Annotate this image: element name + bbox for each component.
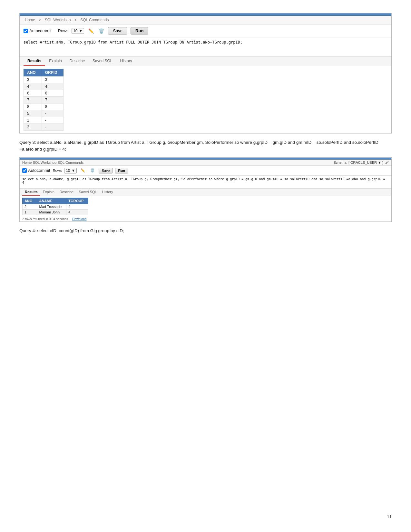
schema-value: [ ORACLE_USER ▼ ] bbox=[348, 161, 383, 164]
tab-saved-sql-1[interactable]: Saved SQL bbox=[89, 57, 116, 66]
tab-explain-2[interactable]: Explain bbox=[40, 189, 57, 196]
breadcrumb-sep2: > bbox=[74, 18, 77, 22]
prose-2: Query 4: select cID, count(gID) from Gig… bbox=[19, 228, 392, 234]
tab-history-1[interactable]: History bbox=[116, 57, 136, 66]
tab-results-1[interactable]: Results bbox=[24, 57, 45, 66]
table-row: 44 bbox=[24, 83, 64, 90]
panel-topbar-1 bbox=[20, 13, 391, 16]
col-ano: ANO bbox=[24, 69, 42, 76]
row-count-text: 2 rows returned in 0.04 seconds bbox=[22, 217, 68, 221]
autocommit-label-2[interactable]: Autocommit bbox=[22, 168, 50, 173]
sql-editor-2[interactable]: select a.aNo, a.aName, g.grpID as TGroup… bbox=[20, 176, 391, 189]
download-link[interactable]: Download bbox=[72, 217, 86, 221]
run-button-2[interactable]: Run bbox=[115, 168, 128, 173]
schema-info: Schema [ ORACLE_USER ▼ ] 🖊 bbox=[334, 161, 389, 164]
schema-icon[interactable]: 🖊 bbox=[385, 161, 389, 164]
breadcrumb-workshop[interactable]: SQL Workshop bbox=[45, 18, 71, 22]
table-row: 77 bbox=[24, 97, 64, 103]
toolbar-2: Autocommit Rows 10 ▼ ✏️ 🗑️ Save Run bbox=[20, 166, 391, 176]
tab-saved-sql-2[interactable]: Saved SQL bbox=[76, 189, 99, 196]
rows-select[interactable]: 10 ▼ bbox=[72, 28, 84, 34]
table-row: 88 bbox=[24, 103, 64, 110]
rows-select-2[interactable]: 10 ▼ bbox=[64, 168, 77, 173]
breadcrumb-sep1: > bbox=[39, 18, 41, 22]
results-table-1: ANO GRPID 33446677885-1-2- bbox=[24, 69, 64, 131]
rows-label: Rows bbox=[58, 28, 69, 33]
sql-text-1: select Artist.aNo, TGroup.grpID from Art… bbox=[24, 40, 242, 44]
rows-label-2: Rows bbox=[53, 169, 62, 172]
results-container-1: ANO GRPID 33446677885-1-2- bbox=[20, 66, 391, 133]
breadcrumb-2: Home SQL Workshop SQL Commands bbox=[22, 161, 83, 164]
table-row: 1- bbox=[24, 117, 64, 124]
sql-text-2: select a.aNo, a.aName, g.grpID as TGroup… bbox=[22, 177, 385, 184]
prose-text-2: Query 4: select cID, count(gID) from Gig… bbox=[19, 228, 124, 233]
table-row: 33 bbox=[24, 76, 64, 83]
prose-text-1: Query 3: select a.aNo, a.aName, g.grpID … bbox=[19, 140, 378, 152]
results-container-2: ANO ANAME TGROUP 2Mad Trussade41Mariam J… bbox=[20, 196, 391, 217]
run-button[interactable]: Run bbox=[131, 27, 148, 34]
tabs-1: Results Explain Describe Saved SQL Histo… bbox=[20, 57, 391, 66]
edit-icon-2[interactable]: ✏️ bbox=[79, 167, 86, 174]
table-row: 5- bbox=[24, 110, 64, 117]
tab-describe-1[interactable]: Describe bbox=[66, 57, 89, 66]
prose-1: Query 3: select a.aNo, a.aName, g.grpID … bbox=[19, 139, 392, 153]
autocommit-checkbox-2[interactable] bbox=[22, 168, 27, 173]
table-row: 2- bbox=[24, 124, 64, 131]
rows-dropdown-icon-2[interactable]: ▼ bbox=[72, 168, 75, 173]
tab-results-2[interactable]: Results bbox=[22, 189, 40, 196]
autocommit-checkbox[interactable] bbox=[24, 29, 28, 33]
tabs-2: Results Explain Describe Saved SQL Histo… bbox=[20, 189, 391, 196]
save-button-2[interactable]: Save bbox=[99, 168, 113, 173]
col2-aname: ANAME bbox=[37, 198, 66, 204]
header-2: Home SQL Workshop SQL Commands Schema [ … bbox=[20, 160, 391, 166]
breadcrumb-commands[interactable]: SQL Commands bbox=[80, 18, 109, 22]
panel-1: Home > SQL Workshop > SQL Commands Autoc… bbox=[19, 13, 392, 133]
autocommit-label[interactable]: Autocommit bbox=[24, 28, 52, 33]
tab-describe-2[interactable]: Describe bbox=[57, 189, 76, 196]
rows-value: 10 bbox=[73, 29, 77, 33]
table-row: 1Mariam John4 bbox=[23, 209, 88, 215]
toolbar-1: Autocommit Rows 10 ▼ ✏️ 🗑️ Save Run bbox=[20, 25, 391, 37]
clear-icon[interactable]: 🗑️ bbox=[98, 27, 105, 34]
table-row: 66 bbox=[24, 90, 64, 97]
autocommit-text: Autocommit bbox=[29, 28, 52, 33]
col2-ano: ANO bbox=[23, 198, 37, 204]
col2-tgroup: TGROUP bbox=[66, 198, 88, 204]
breadcrumb-2-text: Home SQL Workshop SQL Commands bbox=[22, 161, 83, 164]
edit-icon[interactable]: ✏️ bbox=[87, 27, 94, 34]
panel-2: Home SQL Workshop SQL Commands Schema [ … bbox=[19, 157, 392, 222]
save-button[interactable]: Save bbox=[108, 27, 127, 34]
breadcrumb-1: Home > SQL Workshop > SQL Commands bbox=[20, 16, 391, 25]
clear-icon-2[interactable]: 🗑️ bbox=[89, 167, 96, 174]
tab-history-2[interactable]: History bbox=[100, 189, 116, 196]
autocommit-text-2: Autocommit bbox=[28, 168, 50, 173]
breadcrumb-home[interactable]: Home bbox=[25, 18, 35, 22]
schema-label: Schema bbox=[334, 161, 347, 164]
results-table-2: ANO ANAME TGROUP 2Mad Trussade41Mariam J… bbox=[22, 198, 88, 215]
row-count: 2 rows returned in 0.04 seconds Download bbox=[20, 217, 391, 222]
tab-explain-1[interactable]: Explain bbox=[45, 57, 65, 66]
rows-dropdown-icon[interactable]: ▼ bbox=[79, 29, 83, 33]
col-grpid: GRPID bbox=[42, 69, 63, 76]
sql-editor-1[interactable]: select Artist.aNo, TGroup.grpID from Art… bbox=[20, 37, 391, 57]
table-row: 2Mad Trussade4 bbox=[23, 204, 88, 209]
